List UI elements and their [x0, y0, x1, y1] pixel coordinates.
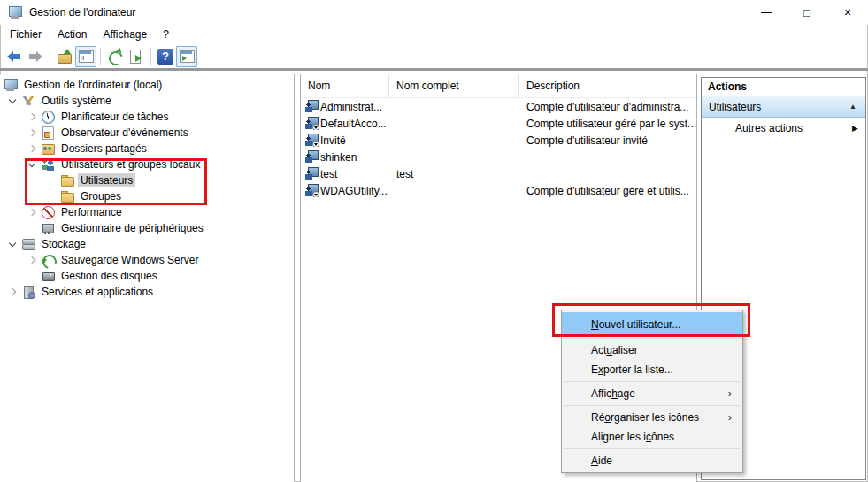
user-account-icon [304, 100, 318, 113]
column-header-description[interactable]: Description [519, 74, 696, 97]
collapse-arrow-icon[interactable]: ▲ [849, 103, 856, 111]
tree-item-label: Gestionnaire de périphériques [58, 221, 206, 235]
tree-item-observateur[interactable]: Observateur d'événements [0, 125, 294, 141]
chevron-collapsed-icon[interactable] [25, 126, 39, 140]
menu-help[interactable]: ? [155, 26, 177, 43]
disabled-badge-icon [312, 124, 319, 130]
maximize-button[interactable]: □ [787, 0, 827, 25]
user-name: Invité [320, 134, 346, 147]
tree-item-root[interactable]: Gestion de l'ordinateur (local) [0, 77, 294, 93]
chevron-expanded-icon[interactable] [25, 157, 39, 172]
tools-icon [21, 94, 35, 108]
tree-item-stockage[interactable]: Stockage [0, 236, 294, 252]
chevron-collapsed-icon[interactable] [5, 285, 19, 299]
tree-item-groupes[interactable]: Groupes [0, 188, 294, 204]
autres-actions-item[interactable]: Autres actions ▶ [702, 118, 865, 139]
tree-item-planificateur[interactable]: Planificateur de tâches [0, 109, 294, 125]
tree-item-utilisateurs[interactable]: Utilisateurs [0, 172, 294, 188]
performance-icon [41, 205, 55, 219]
show-console-tree-icon [77, 48, 95, 65]
menu-separator [564, 381, 741, 382]
menu-item-exporter-la-liste[interactable]: Exporter la liste... [562, 360, 742, 379]
chevron-collapsed-icon[interactable] [25, 205, 39, 219]
tree-item-label: Performance [58, 205, 125, 219]
tree-item-gestionnaire-peripheriques[interactable]: Gestionnaire de périphériques [0, 220, 294, 236]
column-header-nom[interactable]: Nom [301, 74, 389, 97]
tree-item-sauvegarde[interactable]: Sauvegarde Windows Server [0, 252, 294, 268]
user-description: Compte utilisateur géré par le syst... [519, 118, 696, 130]
menu-item-aligner-les-icones[interactable]: Aligner les icônes [562, 427, 742, 447]
export-list-button[interactable] [126, 46, 147, 67]
menu-item-label: Aligner les icônes [591, 431, 674, 443]
menu-bar: Fichier Action Affichage ? [0, 25, 868, 44]
tree-item-label: Dossiers partagés [58, 142, 150, 156]
computer-management-icon [8, 5, 22, 19]
close-button[interactable]: × [827, 0, 868, 25]
services-applications-icon [21, 285, 35, 299]
tree-item-gestion-disques[interactable]: Gestion des disques [0, 268, 294, 284]
tree-item-label: Outils système [39, 94, 114, 108]
menu-item-label: Affichage [591, 387, 635, 400]
tree-item-dossiers-partages[interactable]: Dossiers partagés [0, 141, 294, 157]
user-row-wdagutility[interactable]: WDAGUtility... Compte d'utilisateur géré… [301, 182, 696, 199]
actions-panel-title: Actions [702, 78, 865, 96]
menu-separator [564, 448, 741, 449]
menu-item-nouvel-utilisateur[interactable]: Nouvel utilisateur... [562, 312, 742, 336]
show-action-pane-button[interactable] [176, 46, 197, 67]
export-list-icon [127, 48, 145, 65]
user-row-test[interactable]: test test [301, 165, 696, 182]
actions-group-label: Utilisateurs [709, 101, 761, 113]
chevron-collapsed-icon[interactable] [25, 142, 39, 156]
user-row-defaultaccount[interactable]: DefaultAcco... Compte utilisateur géré p… [301, 115, 696, 132]
chevron-collapsed-icon[interactable] [25, 253, 39, 267]
user-row-invite[interactable]: Invité Compte d'utilisateur invité [301, 132, 696, 149]
menu-item-label: Nouvel utilisateur... [591, 318, 680, 331]
user-account-disabled-icon [304, 184, 318, 197]
show-console-tree-button[interactable] [75, 46, 96, 67]
shared-folders-icon [41, 142, 55, 156]
tree-item-label: Observateur d'événements [58, 126, 191, 140]
user-name: Administrat... [320, 101, 382, 113]
menu-item-affichage[interactable]: Affichage › [562, 384, 742, 403]
tree-item-utilisateurs-groupes[interactable]: Utilisateurs et groupes locaux [0, 157, 294, 172]
chevron-expanded-icon[interactable] [5, 237, 19, 251]
list-header: Nom Nom complet Description [301, 74, 696, 98]
tree-item-services-applications[interactable]: Services et applications [0, 284, 294, 300]
user-name: test [320, 168, 337, 180]
refresh-icon [106, 48, 124, 65]
user-full-name: test [389, 168, 519, 180]
chevron-none [44, 189, 58, 203]
up-one-level-button[interactable] [54, 46, 75, 67]
chevron-collapsed-icon[interactable] [25, 110, 39, 124]
up-one-level-icon [56, 48, 73, 65]
help-button[interactable] [155, 46, 176, 67]
chevron-expanded-icon[interactable] [5, 94, 19, 108]
tree-item-performance[interactable]: Performance [0, 204, 294, 220]
autres-actions-label: Autres actions [735, 122, 803, 134]
disabled-badge-icon [312, 191, 319, 197]
forward-button[interactable] [25, 46, 46, 67]
back-button[interactable] [4, 46, 25, 67]
menu-item-label: Réorganiser les icônes [591, 411, 699, 424]
menu-item-actualiser[interactable]: Actualiser [562, 340, 742, 360]
back-icon [5, 48, 23, 65]
chevron-none [25, 221, 39, 235]
menu-item-aide[interactable]: Aide [562, 451, 742, 471]
tree-item-label: Sauvegarde Windows Server [58, 253, 201, 267]
actions-group-utilisateurs[interactable]: Utilisateurs ▲ [702, 96, 865, 118]
menu-action[interactable]: Action [50, 26, 95, 43]
minimize-button[interactable]: — [746, 0, 787, 25]
toolbar-separator [50, 48, 50, 65]
menu-item-label: Exporter la liste... [591, 363, 673, 376]
user-row-shinken[interactable]: shinken [301, 149, 696, 165]
menu-item-reorganiser-les-icones[interactable]: Réorganiser les icônes › [562, 408, 742, 427]
refresh-button[interactable] [104, 46, 126, 67]
column-header-nom-complet[interactable]: Nom complet [389, 74, 519, 97]
tree-item-label: Stockage [39, 237, 88, 251]
tree-item-outils-systeme[interactable]: Outils système [0, 93, 294, 109]
menu-affichage[interactable]: Affichage [95, 26, 155, 43]
user-row-administrateur[interactable]: Administrat... Compte d'utilisateur d'ad… [301, 98, 696, 115]
user-account-disabled-icon [304, 134, 318, 147]
menu-fichier[interactable]: Fichier [2, 26, 50, 43]
console-tree-panel: Gestion de l'ordinateur (local) Outils s… [0, 74, 295, 482]
